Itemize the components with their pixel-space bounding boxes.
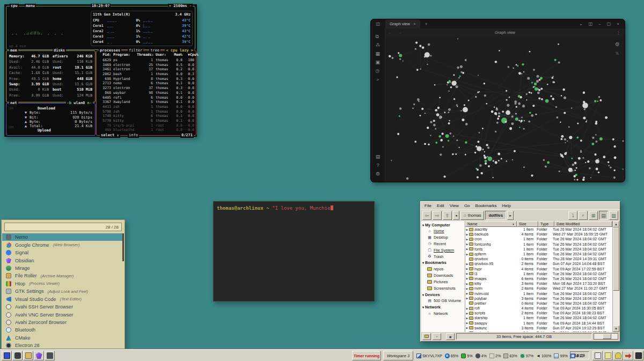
expander-icon[interactable]: ▶ <box>465 242 469 246</box>
launcher-item-google-chrome[interactable]: Google Chrome(Web Browser) <box>2 241 124 248</box>
file-row-swaync[interactable]: ▶swaync3 itemsFolderSun 07 Apr 2024 19:1… <box>465 326 612 330</box>
file-row-gruvbox-95[interactable]: ▶gruvbox-952 itemsFolderSun 07 Apr 2024 … <box>465 261 612 266</box>
expander-icon[interactable]: ▶ <box>465 272 469 275</box>
launcher-item-file-roller[interactable]: File Roller(Archive Manager) <box>2 272 124 279</box>
launcher-item-visual-studio-code[interactable]: Visual Studio Code(Text Editor) <box>2 296 124 303</box>
process-row[interactable]: 79irq/9-acpi1root0.0····0.0 <box>98 123 194 128</box>
expander-icon[interactable]: ▶ <box>465 238 469 241</box>
more-options-icon[interactable]: ⋮ <box>617 30 625 35</box>
process-row[interactable]: 6405rofi6thomas0.0····0.0 <box>98 95 194 100</box>
file-row-nvim[interactable]: ▶nvim2 itemsFolderWed 27 Mar 2024 11:00:… <box>465 286 612 291</box>
menu-edit[interactable]: Edit <box>434 203 447 208</box>
network-usage-tray-item[interactable]: 97% <box>520 353 533 358</box>
help-icon[interactable]: ? <box>376 161 379 170</box>
minimize-icon[interactable]: – <box>598 21 601 26</box>
tab-menu[interactable]: menu <box>25 4 36 9</box>
file-row-scripts[interactable]: ▶scripts2 itemsFolderTue 09 Apr 2024 18:… <box>465 311 612 315</box>
column-header-date-modified[interactable]: Date Modified <box>554 221 612 227</box>
file-row-i3[interactable]: ▶i31 itemFolderTue 26 Mar 2024 18:04:02 … <box>465 271 612 276</box>
launcher-item-bluetooth[interactable]: Bluetooth <box>2 326 124 334</box>
side-pane-toggle-button[interactable] <box>422 333 431 340</box>
open-terminal-button[interactable]: ＞ <box>433 333 441 340</box>
sidebar-toggle-icon[interactable]: ◫ <box>371 21 385 26</box>
breadcrumb-home[interactable]: ⌂ thomas <box>460 211 484 220</box>
menu-go[interactable]: Go <box>462 203 473 208</box>
hscroll-thumb[interactable] <box>603 334 611 339</box>
expander-icon[interactable]: ▶ <box>465 277 469 280</box>
bluetooth-tray-item[interactable]: B65% <box>445 353 458 358</box>
proc-header-cell[interactable]: Threads: <box>137 53 153 57</box>
net-interface[interactable]: ‹b wlan0 n› <box>66 101 93 106</box>
expander-icon[interactable]: ▶ <box>465 282 469 285</box>
maximize-icon[interactable]: ▢ <box>607 21 611 26</box>
volume-tray-item[interactable]: ◄100% <box>536 353 551 358</box>
path-scroll-right-button[interactable]: ▸ <box>507 211 514 220</box>
interval-minus-icon[interactable]: - <box>189 4 192 8</box>
expander-icon[interactable]: ▶ <box>465 321 469 325</box>
show-desktop-button[interactable] <box>592 351 603 360</box>
expander-icon[interactable]: ▶ <box>465 312 469 315</box>
scrollbar-thumb[interactable] <box>613 227 619 291</box>
sidebar-section-header[interactable]: ▾Devices <box>421 291 465 298</box>
settings-icon[interactable]: ⚙ <box>376 170 380 179</box>
graph-filter-icon[interactable]: ％ <box>615 50 619 56</box>
sidebar-item-downloads[interactable]: Downloads <box>421 272 465 279</box>
file-row-swappy[interactable]: ▶swappy1 itemFolderTue 09 Apr 2024 18:14… <box>465 321 612 326</box>
expander-icon[interactable]: ▶ <box>465 233 469 236</box>
terminal-window[interactable]: thomas@archlinux ~ "I love you, Munchie <box>213 201 375 301</box>
network-tray-item[interactable]: SKYVL7XP <box>416 353 442 358</box>
sidebar-item-home[interactable]: ⌂Home <box>421 228 465 234</box>
graph-view-icon[interactable]: ⁂ <box>376 41 380 50</box>
process-row[interactable]: 6629ps1thomas0.0····100 <box>98 58 194 63</box>
sidebar-item-screenshots[interactable]: Screenshots <box>421 285 465 291</box>
launcher-item-cmake[interactable]: CMake <box>2 334 124 342</box>
collapse-triangle-icon[interactable]: ▾ <box>422 223 424 227</box>
process-row[interactable]: 3273electron37thomas0.3····0.0 <box>98 86 194 91</box>
graph-settings-icon[interactable]: ⚙ <box>615 41 620 47</box>
process-row[interactable]: 5780zsh1thomas0.0····0.0 <box>98 109 194 114</box>
new-tab-button[interactable]: ⤵ <box>568 211 577 220</box>
file-row-hypr[interactable]: ▶hypr4 itemsFolderTue 09 Apr 2024 17:22:… <box>465 267 612 271</box>
obsidian-launcher[interactable] <box>34 351 44 360</box>
process-row[interactable]: 868waybar98thomas0.1····0.0 <box>98 91 194 95</box>
column-header-name[interactable]: Name▼ <box>465 221 517 227</box>
file-row-backups[interactable]: ▶backups4 itemsFolderWed 27 Mar 2024 16:… <box>465 232 612 237</box>
sidebar-section-header[interactable]: ▾Bookmarks <box>421 260 465 266</box>
process-row[interactable]: 4413zsh1thomas0.0····0.0 <box>98 105 194 109</box>
process-row[interactable]: 2062bash1thomas0.0····0.3 <box>98 72 194 77</box>
sidebar-item-file-system[interactable]: ▢File System <box>421 247 465 253</box>
quick-switcher-icon[interactable]: ⧉ <box>376 33 380 41</box>
menu-file[interactable]: File <box>422 203 434 208</box>
select-hint[interactable]: select ↓ <box>100 133 120 138</box>
back-button[interactable]: ⇦ <box>422 211 431 220</box>
memory-usage-tray-item[interactable]: 2% <box>489 353 501 358</box>
disk-usage-tray-item[interactable]: 83% <box>503 353 517 358</box>
file-row-gpferm[interactable]: ▶gpferm1 itemFolderTue 26 Mar 2024 18:04… <box>465 252 612 256</box>
collapse-triangle-icon[interactable]: ▾ <box>422 293 424 297</box>
sidebar-item-recent[interactable]: ◷Recent <box>421 241 465 247</box>
sidebar-section-header[interactable]: ▾Network <box>421 304 465 311</box>
search-button[interactable]: ⌕ <box>579 211 588 220</box>
process-row[interactable]: 3367Xwayland5thomas0.1····0.0 <box>98 100 194 105</box>
proc-header-cell[interactable]: Pid: <box>98 53 111 57</box>
file-row-nvim-old[interactable]: ▶nvim-old1 itemFolderTue 26 Mar 2024 18:… <box>465 291 612 296</box>
tab-cpu[interactable]: cpu <box>10 4 19 9</box>
proc-header-cell[interactable] <box>182 53 188 57</box>
process-row[interactable]: 3461electron17thomas0.2····0.0 <box>98 67 194 72</box>
sidebar-section-header[interactable]: ▾My Computer <box>421 222 465 228</box>
sidebar-item-desktop[interactable]: ▦Desktop <box>421 234 465 241</box>
expander-icon[interactable]: ▶ <box>465 297 469 300</box>
expander-icon[interactable]: ▶ <box>465 262 469 266</box>
proc-header-cell[interactable]: User: <box>153 53 173 57</box>
menu-bookmarks[interactable]: Bookmarks <box>473 203 500 208</box>
info-hint[interactable]: info <box>128 133 139 138</box>
file-row-kitty[interactable]: ▶kitty3 itemsFolderMon 08 Apr 2024 17:33… <box>465 281 612 286</box>
expander-icon[interactable]: ▶ <box>465 228 469 231</box>
expander-icon[interactable]: ▶ <box>465 316 469 320</box>
notes-button[interactable] <box>603 351 613 360</box>
restart-button[interactable] <box>623 351 633 360</box>
file-row-polybar[interactable]: ▶polybar3 itemsFolderTue 26 Mar 2024 18:… <box>465 296 612 301</box>
file-row-rofi[interactable]: ▶rofi4 itemsFolderTue 09 Apr 2024 16:30:… <box>465 306 612 311</box>
launcher-item-gtk-settings[interactable]: GTK Settings(Adjust Look and Feel) <box>2 288 124 295</box>
process-row[interactable]: 3469electron25thomas0.5····0.0 <box>98 63 194 68</box>
